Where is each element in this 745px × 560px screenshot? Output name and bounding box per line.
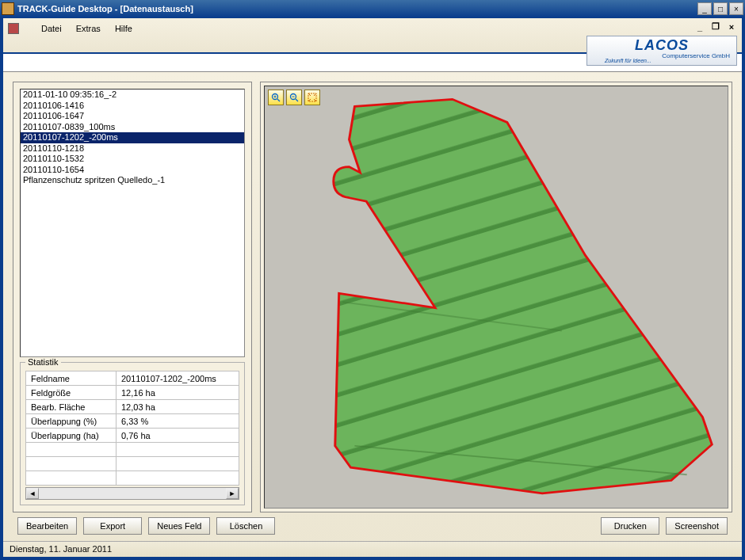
titlebar: TRACK-Guide Desktop - [Datenaustausch] _… (0, 0, 745, 17)
stats-value: 12,03 ha (117, 400, 239, 414)
fit-icon (308, 93, 317, 102)
list-item[interactable]: 20110106-1416 (21, 101, 244, 112)
stats-value: 12,16 ha (117, 386, 239, 400)
menu-app-icon (8, 23, 19, 34)
menu-extras[interactable]: Extras (76, 24, 101, 33)
svg-line-6 (277, 99, 280, 101)
scroll-track[interactable] (39, 488, 226, 499)
logo-main: LACOS (635, 38, 689, 52)
mdi-close-button[interactable]: × (726, 22, 737, 32)
stats-label (26, 443, 117, 457)
logo-tag: Zukunft für Ideen... (605, 58, 651, 63)
bottom-button-bar: Bearbeiten Export Neues Feld Löschen Dru… (17, 517, 728, 535)
stats-label: Bearb. Fläche (26, 400, 117, 414)
zoom-in-icon (271, 93, 281, 102)
stats-row (26, 471, 239, 486)
logo: LACOS Computerservice GmbH Zukunft für I… (586, 36, 737, 66)
stats-value (117, 471, 239, 486)
stats-label: Überlappung (%) (26, 414, 117, 429)
export-button[interactable]: Export (83, 517, 142, 535)
map-canvas[interactable] (264, 86, 728, 509)
field-map (265, 86, 728, 508)
zoom-fit-button[interactable] (304, 90, 320, 105)
list-item[interactable]: 20110106-1647 (21, 111, 244, 122)
stats-value (117, 457, 239, 471)
scroll-left-button[interactable]: ◄ (26, 488, 39, 499)
mdi-restore-button[interactable]: ❐ (710, 21, 721, 32)
stats-row (26, 457, 239, 471)
neues-feld-button[interactable]: Neues Feld (148, 517, 210, 535)
stats-legend: Statistik (25, 357, 61, 367)
screenshot-button[interactable]: Screenshot (666, 517, 728, 535)
list-item[interactable]: 20110110-1532 (21, 154, 244, 165)
stats-group: Statistik Feldname20110107-1202_-200msFe… (20, 362, 245, 505)
bearbeiten-button[interactable]: Bearbeiten (17, 517, 77, 535)
stats-row: Bearb. Fläche12,03 ha (26, 400, 239, 414)
svg-line-10 (296, 99, 298, 101)
logo-sub: Computerservice GmbH (662, 52, 730, 59)
map-panel (260, 82, 732, 512)
maximize-button[interactable]: □ (713, 2, 728, 15)
stats-label (26, 471, 117, 486)
menu-datei[interactable]: Datei (41, 24, 62, 33)
stats-value: 0,76 ha (117, 429, 239, 443)
list-item[interactable]: 20110107-0839_100ms (21, 122, 244, 133)
list-item[interactable]: 20110110-1654 (21, 165, 244, 176)
stats-label (26, 457, 117, 471)
left-panel: 2011-01-10 09:35:16_-220110106-141620110… (13, 82, 252, 512)
window-title: TRACK-Guide Desktop - [Datenaustausch] (17, 4, 697, 13)
minimize-button[interactable]: _ (697, 2, 712, 15)
stats-value (117, 443, 239, 457)
loeschen-button[interactable]: Löschen (216, 517, 275, 535)
menu-hilfe[interactable]: Hilfe (115, 24, 132, 33)
stats-row: Feldname20110107-1202_-200ms (26, 371, 239, 386)
stats-label: Feldgröße (26, 386, 117, 400)
scroll-right-button[interactable]: ► (226, 488, 239, 499)
map-toolbar (268, 90, 320, 105)
list-item[interactable]: 2011-01-10 09:35:16_-2 (21, 90, 244, 101)
close-button[interactable]: × (729, 2, 743, 15)
zoom-out-icon (289, 93, 299, 102)
stats-label: Überlappung (ha) (26, 429, 117, 443)
stats-row: Überlappung (%)6,33 % (26, 414, 239, 429)
app-icon (2, 2, 14, 15)
field-boundary (334, 99, 712, 493)
statusbar: Dienstag, 11. Januar 2011 (3, 541, 742, 557)
drucken-button[interactable]: Drucken (601, 517, 659, 535)
stats-label: Feldname (26, 371, 117, 386)
stats-value: 20110107-1202_-200ms (117, 371, 239, 386)
stats-hscroll[interactable]: ◄ ► (25, 487, 239, 500)
zoom-in-button[interactable] (268, 90, 284, 105)
list-item[interactable]: Pflanzenschutz spritzen Quelledo_-1 (21, 175, 244, 186)
status-date: Dienstag, 11. Januar 2011 (10, 544, 112, 554)
stats-row: Feldgröße12,16 ha (26, 386, 239, 400)
stats-row: Überlappung (ha)0,76 ha (26, 429, 239, 443)
zoom-out-button[interactable] (286, 90, 302, 105)
stats-table: Feldname20110107-1202_-200msFeldgröße12,… (25, 371, 239, 486)
list-item[interactable]: 20110107-1202_-200ms (21, 132, 244, 143)
mdi-minimize-button[interactable]: _ (694, 22, 705, 32)
stats-value: 6,33 % (117, 414, 239, 429)
stats-row (26, 443, 239, 457)
record-listbox[interactable]: 2011-01-10 09:35:16_-220110106-141620110… (20, 89, 245, 357)
list-item[interactable]: 20110110-1218 (21, 143, 244, 154)
